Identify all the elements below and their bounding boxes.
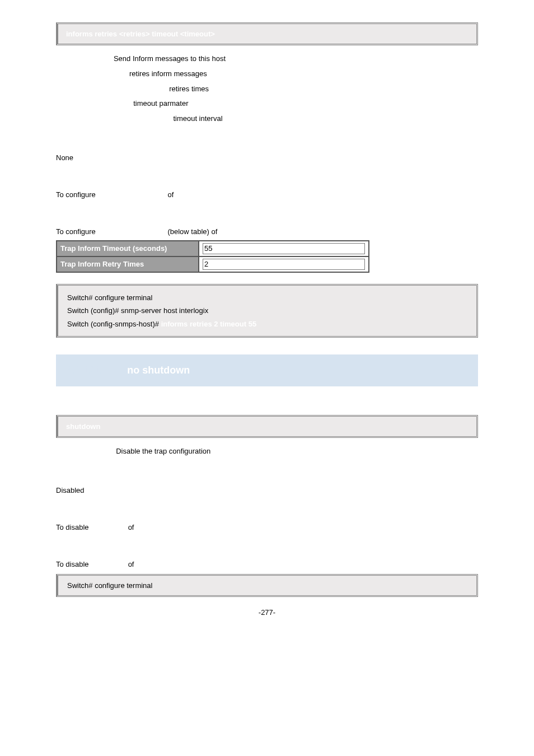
syntax2-title: Syntax: bbox=[56, 401, 478, 409]
table-header-cell: Trap Inform Timeout (seconds) bbox=[57, 241, 199, 256]
param-desc: timeout parmater bbox=[133, 99, 188, 108]
param-retries-val: <retries> retires times bbox=[123, 83, 478, 95]
table-value-cell bbox=[199, 241, 369, 256]
param-desc: timeout interval bbox=[173, 114, 222, 123]
param-timeout-val: <timeout> timeout interval bbox=[123, 113, 478, 125]
ex-pre: To configure bbox=[56, 227, 96, 236]
param-desc: Send Inform messages to this host bbox=[114, 54, 226, 63]
ex-mid: (below table) of bbox=[167, 227, 217, 236]
terminal-line: Switch# configure terminal bbox=[67, 291, 467, 304]
e2-post: of bbox=[128, 560, 134, 568]
terminal-line: Switch (config-snmps-host)# informs retr… bbox=[67, 318, 467, 330]
trap-timeout-input[interactable] bbox=[203, 243, 365, 254]
table-header-cell: Trap Inform Retry Times bbox=[57, 256, 199, 272]
e2-tail: SNMP bbox=[136, 560, 157, 568]
usage-tail: SNMP bbox=[176, 190, 197, 199]
banner-title: no shutdown bbox=[127, 365, 190, 376]
param-label: retries bbox=[92, 69, 114, 78]
cmd-bold: informs retries 2 timeout 55 bbox=[161, 320, 257, 328]
ex-tail: SNMP bbox=[219, 227, 241, 236]
default2-title: Default: bbox=[56, 472, 478, 480]
syntax2-cmd: shutdown bbox=[66, 422, 100, 431]
default-title: Default: bbox=[56, 139, 478, 148]
example2-title: Example: bbox=[56, 546, 478, 554]
usage-title: Usage Guide: bbox=[56, 176, 478, 185]
prompt: Switch (config-snmps-host)# bbox=[67, 320, 159, 328]
usage-line: To configure traps informs mode of SNMP bbox=[56, 190, 478, 199]
syntax-box-2: shutdown bbox=[56, 415, 478, 438]
e2-bold: trap mode bbox=[91, 560, 126, 568]
param-label: informs bbox=[72, 54, 99, 63]
trap-settings-table: Trap Inform Timeout (seconds) Trap Infor… bbox=[56, 240, 369, 273]
default2-value: Disabled bbox=[56, 486, 478, 494]
command-banner: 4.2.101 no shutdown bbox=[56, 354, 478, 386]
usage-pre: To configure bbox=[56, 190, 96, 199]
example-title: Example: bbox=[56, 213, 478, 222]
table-row: Trap Inform Timeout (seconds) bbox=[57, 241, 369, 256]
param-informs: informs Send Inform messages to this hos… bbox=[72, 53, 478, 65]
usage-bold: traps informs mode bbox=[97, 190, 165, 199]
example-line: To configure traps informs mode (below t… bbox=[56, 227, 478, 236]
param-label: <retries> bbox=[123, 85, 154, 93]
usage2-line: To disable trap mode of SNMP bbox=[56, 523, 478, 531]
param-timeout: timeout timeout parmater bbox=[92, 98, 478, 110]
param-desc: retires inform messages bbox=[129, 69, 207, 78]
param-desc: Disable the trap configuration bbox=[116, 447, 210, 455]
param-desc: retires times bbox=[169, 85, 209, 93]
param-label: no bbox=[92, 447, 101, 455]
syntax-box-1: informs retries <retries> timeout <timeo… bbox=[56, 22, 478, 45]
usage-post: of bbox=[167, 190, 174, 199]
param-label: <timeout> bbox=[123, 114, 158, 123]
usage2-title: Usage Guide: bbox=[56, 509, 478, 517]
example-terminal-box: Switch# configure terminal Switch (confi… bbox=[56, 284, 478, 338]
terminal-line: Switch# configure terminal bbox=[67, 579, 467, 592]
table-row: Trap Inform Retry Times bbox=[57, 256, 369, 272]
example2-line: To disable trap mode of SNMP bbox=[56, 560, 478, 568]
page-content: informs retries <retries> timeout <timeo… bbox=[0, 0, 534, 633]
param-no: no Disable the trap configuration bbox=[92, 446, 478, 458]
param-retries: retries retires inform messages bbox=[92, 68, 478, 80]
param-label: timeout bbox=[92, 99, 118, 108]
terminal-line: Switch (config)# snmp-server host interl… bbox=[67, 304, 467, 317]
example2-terminal-box: Switch# configure terminal bbox=[56, 574, 478, 597]
table-value-cell bbox=[199, 256, 369, 272]
u2-pre: To disable bbox=[56, 523, 89, 531]
u2-bold: trap mode bbox=[91, 523, 126, 531]
syntax-command: informs retries <retries> timeout <timeo… bbox=[66, 30, 215, 38]
e2-pre: To disable bbox=[56, 560, 89, 568]
page-footer: -277- bbox=[56, 608, 478, 617]
u2-tail: SNMP bbox=[136, 523, 157, 531]
ex-bold: traps informs mode bbox=[97, 227, 165, 236]
default-value: None bbox=[56, 153, 478, 162]
trap-retry-input[interactable] bbox=[203, 259, 365, 270]
u2-post: of bbox=[128, 523, 134, 531]
banner-number: 4.2.101 bbox=[67, 365, 101, 376]
